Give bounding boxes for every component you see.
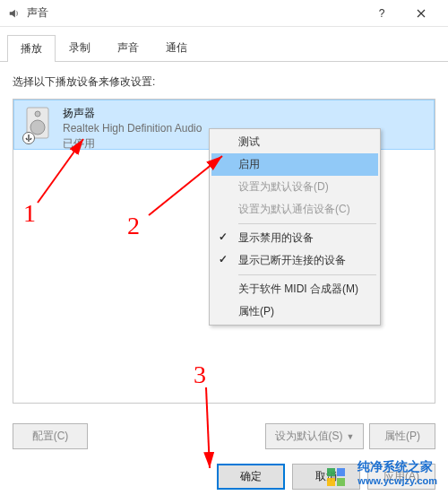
context-menu: 测试 启用 设置为默认设备(D) 设置为默认通信设备(C) ✓显示禁用的设备 ✓… [209,128,381,326]
cm-properties[interactable]: 属性(P) [211,300,378,323]
watermark-url: www.ycwjzy.com [358,475,437,486]
properties-button[interactable]: 属性(P) [369,423,435,449]
tab-sounds[interactable]: 声音 [104,34,152,61]
instruction-text: 选择以下播放设备来修改设置: [13,74,435,90]
cm-show-disabled[interactable]: ✓显示禁用的设备 [211,227,378,249]
cm-set-default-comm[interactable]: 设置为默认通信设备(C) [211,198,378,221]
watermark-logo-icon [327,468,345,486]
svg-point-1 [30,120,45,135]
speaker-icon [7,6,22,21]
tab-communication[interactable]: 通信 [152,34,201,61]
cm-separator [238,223,376,224]
cm-separator [238,274,376,275]
svg-point-2 [35,111,40,117]
configure-button[interactable]: 配置(C) [13,423,88,449]
cm-test[interactable]: 测试 [211,131,378,153]
check-icon: ✓ [219,253,228,265]
watermark: 纯净系统之家 www.ycwjzy.com [358,459,437,486]
window-title: 声音 [27,5,362,21]
cm-about-midi[interactable]: 关于软件 MIDI 合成器(M) [211,278,378,300]
cm-set-default[interactable]: 设置为默认设备(D) [211,176,378,198]
set-default-button[interactable]: 设为默认值(S) ▼ [265,423,364,449]
watermark-text: 纯净系统之家 [358,459,437,475]
tab-playback[interactable]: 播放 [7,35,56,62]
ok-button[interactable]: 确定 [217,464,285,490]
help-button[interactable]: ? [362,0,401,26]
device-speaker-icon [22,106,57,143]
check-icon: ✓ [219,230,228,243]
cancel-button[interactable]: 取消 [292,464,360,490]
titlebar: 声音 ? [0,0,448,27]
cm-show-disconnected[interactable]: ✓显示已断开连接的设备 [211,249,378,272]
cm-enable[interactable]: 启用 [211,153,378,176]
device-name: 扬声器 [63,106,426,121]
tab-recording[interactable]: 录制 [56,34,104,61]
chevron-down-icon: ▼ [347,432,355,441]
close-button[interactable] [401,0,441,26]
device-buttons: 配置(C) 设为默认值(S) ▼ 属性(P) [0,416,448,458]
tab-strip: 播放 录制 声音 通信 [0,27,448,62]
